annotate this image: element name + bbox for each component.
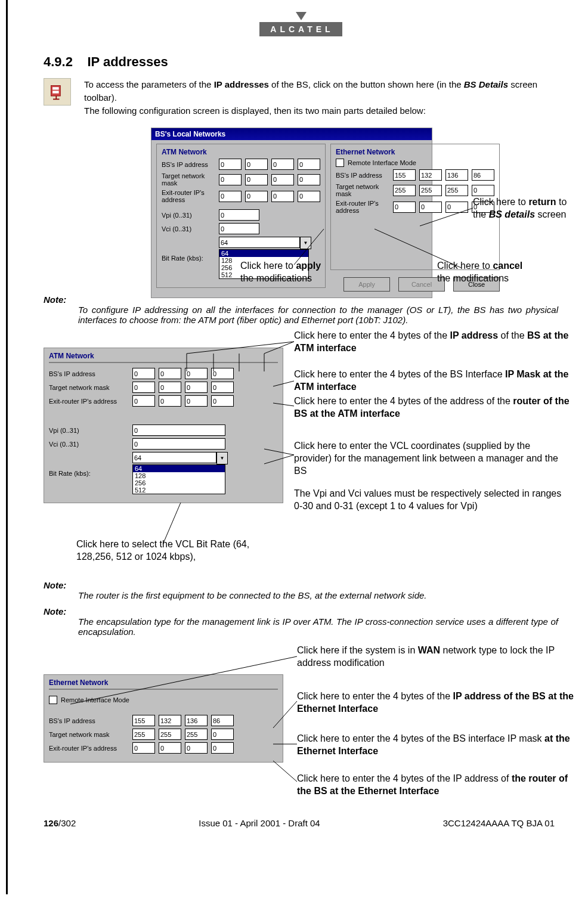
callout-atm-mask: Click here to enter the 4 bytes of the B… [294, 368, 574, 393]
eth-mask-2[interactable] [445, 185, 468, 196]
section-title: IP addresses [87, 54, 168, 69]
eth-mask-3[interactable] [472, 185, 494, 196]
callout-eth-router: Click here to enter the 4 bytes of the I… [297, 773, 574, 798]
page-total: /302 [58, 818, 76, 828]
callout-atm-ip: Click here to enter the 4 bytes of the I… [294, 330, 574, 355]
eth-ip-2[interactable] [445, 169, 468, 181]
atm-ip-3[interactable] [298, 159, 320, 170]
eth-mask-0[interactable] [393, 185, 416, 196]
eth-ip-3[interactable] [472, 169, 494, 181]
eth-mask-1[interactable] [419, 185, 442, 196]
svg-line-20 [273, 761, 297, 782]
atm-mask-1[interactable] [245, 174, 268, 185]
atm-ip-2[interactable] [271, 159, 294, 170]
footer-issue: Issue 01 - April 2001 - Draft 04 [199, 818, 320, 828]
eth-remote-checkbox[interactable] [49, 696, 57, 704]
eth-router-1[interactable] [419, 202, 442, 213]
atm2-vci[interactable] [132, 438, 225, 450]
svg-rect-1 [52, 87, 59, 89]
intro-text: To access the parameters of the IP addre… [84, 78, 558, 117]
atm2-bitrate[interactable] [132, 452, 216, 463]
atm2-bitrate-list[interactable]: 64 128 256 512 [132, 464, 225, 494]
atm-detail-title: ATM Network [49, 352, 278, 363]
bitrate-combo[interactable] [219, 237, 300, 248]
vpi-input[interactable] [219, 209, 259, 221]
eth-ip-1[interactable] [419, 169, 442, 181]
chevron-down-icon[interactable]: ▼ [300, 237, 311, 249]
atm-ip-1[interactable] [245, 159, 268, 170]
page-current: 126 [44, 818, 58, 828]
footer-docref: 3CC12424AAAA TQ BJA 01 [443, 818, 555, 828]
callout-eth-ip: Click here to enter the 4 bytes of the I… [297, 690, 574, 715]
eth-group-title: Ethernet Network [336, 148, 494, 156]
brand-text: ALCATEL [259, 22, 342, 36]
ip-addresses-icon [44, 78, 71, 106]
callout-atm-router: Click here to enter the 4 bytes of the a… [294, 395, 574, 420]
svg-rect-2 [52, 91, 59, 93]
callout-atm-bitrate: Click here to select the VCL Bit Rate (6… [76, 538, 279, 563]
callout-atm-range: The Vpi and Vci values must be respectiv… [294, 488, 568, 513]
dialog-title: BS's Local Networks [151, 128, 432, 140]
section-heading: 4.9.2 IP addresses [44, 54, 558, 70]
note-1: Note: To configure IP addressing on all … [44, 295, 558, 325]
atm-router-0[interactable] [219, 191, 242, 202]
eth-detail-title: Ethernet Network [49, 678, 278, 690]
atm2-vpi[interactable] [132, 424, 225, 436]
brand-logo: ALCATEL [44, 12, 558, 36]
atm-mask-0[interactable] [219, 174, 242, 185]
atm-mask-3[interactable] [298, 174, 320, 185]
callout-eth-wan: Click here if the system is in WAN netwo… [297, 644, 574, 670]
atm-group-title: ATM Network [162, 148, 320, 156]
callout-close: Click here to return to the BS details s… [473, 196, 580, 221]
atm-panel: ATM Network BS's IP address Target netwo… [44, 348, 283, 503]
note-3: Note: The encapsulation type for the man… [44, 606, 558, 637]
page-footer: 126/302 Issue 01 - April 2001 - Draft 04… [44, 818, 558, 828]
chevron-down-icon[interactable]: ▼ [216, 452, 228, 464]
atm-router-1[interactable] [245, 191, 268, 202]
callout-atm-vcl: Click here to enter the VCL coordinates … [294, 440, 568, 477]
callout-apply: Click here to apply the modifications [240, 260, 372, 285]
eth-router-2[interactable] [445, 202, 468, 213]
eth-ip-0[interactable] [393, 169, 416, 181]
atm-router-3[interactable] [298, 191, 320, 202]
atm-mask-2[interactable] [271, 174, 294, 185]
atm-ip-0[interactable] [219, 159, 242, 170]
note-2: Note: The router is the first equipment … [44, 580, 558, 600]
vci-input[interactable] [219, 223, 259, 234]
eth-router-0[interactable] [393, 202, 416, 213]
atm2-ip-0[interactable] [132, 368, 155, 379]
section-number: 4.9.2 [44, 54, 73, 69]
remote-interface-checkbox[interactable] [336, 159, 344, 167]
atm-router-2[interactable] [271, 191, 294, 202]
callout-cancel: Click here to cancel the modifications [437, 260, 568, 285]
callout-eth-mask: Click here to enter the 4 bytes of the B… [297, 733, 574, 758]
eth-panel: Ethernet Network Remote Interface Mode B… [44, 674, 283, 763]
